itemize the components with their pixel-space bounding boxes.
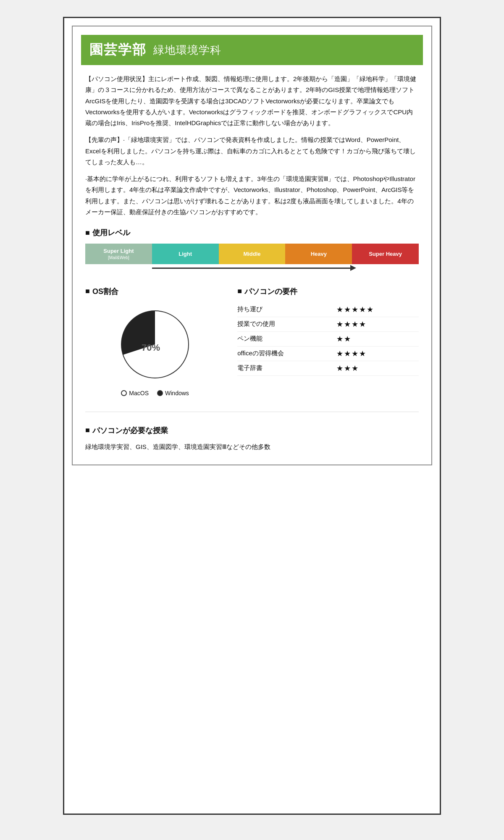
level-light: Light [152,244,219,264]
req-row: 持ち運び ★★★★★ [237,302,419,317]
req-stars: ★★★ [336,364,419,373]
arrow-line [152,268,352,269]
req-label: 授業での使用 [237,320,336,328]
requirements-title: パソコンの要件 [237,286,419,297]
classes-text: 緑地環境学実習、GIS、造園図学、環境造園実習Ⅲなどその他多数 [85,441,419,452]
usage-level-title: 使用レベル [85,228,419,238]
mac-legend: MacOS [121,390,149,396]
req-label: ペン機能 [237,335,336,343]
win-label: Windows [165,390,189,396]
win-legend: Windows [157,390,189,396]
header-title-sub: 緑地環境学科 [153,43,221,58]
mac-circle [121,390,127,396]
win-pct-label: 30% [158,329,173,338]
arrow-row [85,268,419,269]
req-stars: ★★★★ [336,320,419,329]
level-heavy: Heavy [285,244,352,264]
pie-container: 70% 30% MacOS Windows [85,302,225,396]
req-label: 持ち運び [237,305,336,313]
req-row: 授業での使用 ★★★★ [237,317,419,332]
req-label: 電子辞書 [237,364,336,372]
req-stars: ★★ [336,334,419,344]
classes-title: パソコンが必要な授業 [85,425,419,436]
main-text-2: 【先輩の声】·「緑地環境実習」では、パソコンで発表資料を作成しました。情報の授業… [85,134,419,168]
level-super-light: Super Light [Mail&Web] [85,244,152,264]
header-bar: 園芸学部 緑地環境学科 [81,35,423,65]
main-text-3: ·基本的に学年が上がるにつれ、利用するソフトも増えます。3年生の「環境造園実習Ⅲ… [85,173,419,218]
os-title: OS割合 [85,286,225,297]
req-stars: ★★★★★ [336,305,419,314]
header-title-main: 園芸学部 [89,41,147,59]
req-row: 電子辞書 ★★★ [237,361,419,376]
mac-pct-label: 70% [142,342,160,353]
pie-chart: 70% 30% [113,302,197,386]
main-text-1: 【パソコン使用状況】主にレポート作成、製図、情報処理に使用します。2年後期から「… [85,74,419,129]
level-middle: Middle [219,244,286,264]
win-circle [157,390,163,396]
level-super-heavy: Super Heavy [352,244,419,264]
requirements-table: 持ち運び ★★★★★ 授業での使用 ★★★★ ペン機能 ★★ officeの習得… [237,302,419,376]
pie-legend: MacOS Windows [121,390,189,396]
req-label: officeの習得機会 [237,349,336,357]
req-stars: ★★★★ [336,349,419,358]
level-bar: Super Light [Mail&Web] Light Middle Heav… [85,244,419,264]
classes-section: パソコンが必要な授業 緑地環境学実習、GIS、造園図学、環境造園実習Ⅲなどその他… [85,412,419,452]
requirements-section: パソコンの要件 持ち運び ★★★★★ 授業での使用 ★★★★ ペン機能 ★★ o… [237,276,419,402]
req-row: ペン機能 ★★ [237,332,419,346]
req-row: officeの習得機会 ★★★★ [237,346,419,361]
mac-label: MacOS [129,390,149,396]
os-section: OS割合 [85,276,225,402]
